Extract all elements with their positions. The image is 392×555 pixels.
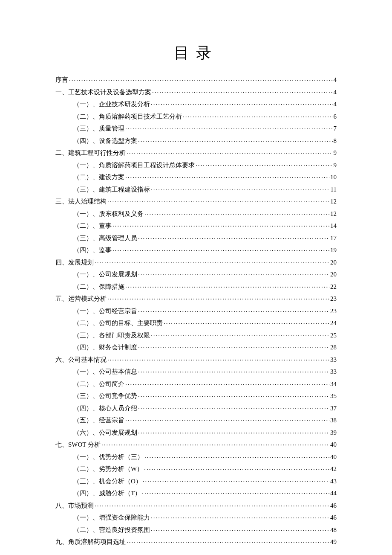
toc-leader-dots (138, 307, 329, 313)
toc-entry-label: 六、公司基本情况 (55, 357, 107, 363)
toc-entry-page: 4 (334, 77, 337, 83)
toc-entry-page: 23 (330, 308, 337, 314)
toc-entry: （一）、增强资金保障能力46 (55, 513, 337, 521)
toc-entry-page: 17 (330, 235, 337, 241)
toc-entry-page: 23 (330, 296, 337, 302)
toc-leader-dots (112, 221, 329, 228)
toc-leader-dots (151, 526, 329, 532)
toc-entry-page: 7 (334, 125, 337, 132)
toc-entry: （四）、财务会计制度28 (55, 343, 337, 351)
toc-entry-label: （二）、公司的目标、主要职责 (73, 320, 163, 326)
toc-entry: 九、角质溶解药项目选址49 (55, 538, 337, 545)
toc-entry-label: （三）、各部门职责及权限 (73, 332, 150, 339)
toc-entry-page: 4 (334, 101, 337, 108)
toc-entry-label: （六）、公司发展规划 (73, 430, 137, 436)
toc-entry: 二、建筑工程可行性分析9 (55, 148, 337, 156)
toc-entry: 六、公司基本情况33 (55, 355, 337, 363)
toc-leader-dots (95, 501, 329, 508)
toc-entry-page: 8 (334, 138, 337, 144)
toc-entry-label: （三）、公司竞争优势 (73, 393, 137, 399)
toc-entry: （二）、公司的目标、主要职责24 (55, 319, 337, 326)
toc-leader-dots (151, 185, 330, 192)
toc-leader-dots (112, 246, 329, 252)
toc-entry-page: 44 (330, 490, 337, 497)
toc-leader-dots (95, 258, 329, 264)
toc-entry-page: 10 (330, 174, 337, 180)
toc-entry-page: 25 (330, 332, 337, 339)
toc-entry: （一）、角质溶解药项目工程设计总体要求9 (55, 161, 337, 169)
toc-entry: 一、工艺技术设计及设备选型方案4 (55, 88, 337, 96)
toc-entry: （四）、监事19 (55, 246, 337, 253)
toc-entry-label: 四、发展规划 (55, 259, 94, 266)
toc-leader-dots (152, 88, 333, 94)
toc-entry-label: （三）、机会分析（O） (73, 478, 142, 485)
toc-entry-label: （二）、角质溶解药项目技术工艺分析 (73, 113, 182, 120)
toc-entry: （二）、董事14 (55, 221, 337, 229)
toc-leader-dots (127, 148, 333, 155)
toc-entry-page: 40 (330, 454, 337, 460)
toc-entry-label: （四）、设备选型方案 (73, 138, 137, 144)
toc-entry-page: 48 (330, 527, 337, 533)
toc-leader-dots (183, 112, 333, 119)
toc-entry-page: 9 (334, 162, 337, 169)
toc-entry: （一）、股东权利及义务12 (55, 209, 337, 217)
toc-entry: （二）、建设方案10 (55, 173, 337, 180)
toc-leader-dots (125, 124, 333, 131)
toc-entry-page: 6 (334, 113, 337, 120)
toc-entry-label: （二）、保障措施 (73, 284, 124, 290)
toc-leader-dots (107, 355, 329, 362)
toc-entry: （二）、劣势分析（W）42 (55, 465, 337, 472)
toc-entry-label: （一）、增强资金保障能力 (73, 514, 150, 521)
toc-entry: （三）、各部门职责及权限25 (55, 331, 337, 339)
toc-leader-dots (138, 367, 329, 374)
toc-leader-dots (143, 477, 329, 483)
toc-entry: 序言4 (55, 76, 337, 83)
toc-entry-page: 37 (330, 405, 337, 412)
toc-entry-label: （五）、经营宗旨 (73, 417, 124, 424)
toc-entry-page: 34 (330, 381, 337, 387)
toc-entry-label: （一）、角质溶解药项目工程设计总体要求 (73, 162, 195, 169)
toc-entry-page: 42 (330, 466, 337, 472)
toc-entry-page: 46 (330, 514, 337, 521)
toc-leader-dots (138, 428, 329, 435)
toc-leader-dots (107, 294, 329, 301)
toc-entry-label: 二、建筑工程可行性分析 (55, 150, 126, 156)
toc-entry-page: 49 (330, 539, 337, 545)
toc-entry-label: （一）、公司经营宗旨 (73, 308, 137, 314)
toc-entry: （二）、营造良好投资氛围48 (55, 526, 337, 533)
toc-entry-label: 五、运营模式分析 (55, 296, 107, 302)
toc-entry: （三）、建筑工程建设指标11 (55, 185, 337, 193)
toc-leader-dots (101, 440, 329, 447)
toc-entry-page: 19 (330, 247, 337, 253)
page-title: 目录 (55, 43, 337, 64)
toc-entry: （一）、公司经营宗旨23 (55, 307, 337, 314)
toc-entry: （四）、设备选型方案8 (55, 137, 337, 144)
toc-entry-page: 46 (330, 503, 337, 509)
toc-leader-dots (69, 76, 333, 82)
toc-entry-page: 9 (334, 150, 337, 156)
toc-entry-page: 12 (330, 211, 337, 217)
toc-entry-page: 33 (330, 357, 337, 363)
toc-leader-dots (151, 513, 329, 520)
toc-entry-page: 14 (330, 223, 337, 229)
toc-entry-label: （四）、财务会计制度 (73, 344, 137, 351)
toc-entry-label: （四）、威胁分析（T） (73, 490, 141, 497)
toc-entry: （四）、威胁分析（T）44 (55, 489, 337, 497)
toc-entry: （五）、经营宗旨38 (55, 416, 337, 424)
toc-entry-label: （二）、建设方案 (73, 174, 124, 180)
toc-entry-label: （三）、质量管理 (73, 125, 124, 132)
toc-leader-dots (164, 319, 329, 325)
toc-entry: （二）、公司简介34 (55, 380, 337, 387)
toc-entry-label: （一）、公司基本信息 (73, 369, 137, 375)
toc-leader-dots (138, 343, 329, 349)
toc-entry-label: 九、角质溶解药项目选址 (55, 539, 126, 545)
toc-entry-label: （四）、监事 (73, 247, 112, 253)
toc-leader-dots (144, 453, 329, 459)
toc-leader-dots (125, 173, 329, 179)
toc-entry: 三、法人治理结构12 (55, 197, 337, 205)
toc-entry-page: 33 (330, 369, 337, 375)
toc-entry: （六）、公司发展规划39 (55, 428, 337, 436)
toc-entry: （三）、机会分析（O）43 (55, 477, 337, 485)
toc-leader-dots (144, 465, 329, 471)
toc-entry-page: 40 (330, 442, 337, 448)
